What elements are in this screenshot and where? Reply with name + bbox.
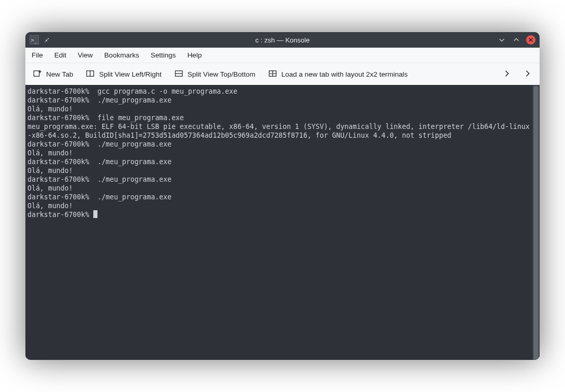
new-tab-label: New Tab bbox=[46, 70, 73, 78]
split-tb-icon bbox=[174, 69, 183, 80]
minimize-button[interactable] bbox=[497, 35, 506, 45]
chevron-right-icon[interactable] bbox=[524, 70, 531, 79]
maximize-button[interactable] bbox=[512, 35, 521, 45]
pin-icon[interactable] bbox=[43, 36, 50, 45]
menubar: File Edit View Bookmarks Settings Help bbox=[25, 48, 540, 63]
new-tab-button[interactable]: New Tab bbox=[32, 67, 74, 82]
split-tb-label: Split View Top/Bottom bbox=[188, 70, 256, 78]
menu-bookmarks[interactable]: Bookmarks bbox=[104, 51, 139, 59]
split-lr-label: Split View Left/Right bbox=[99, 70, 162, 78]
app-icon[interactable]: >_ bbox=[30, 35, 39, 45]
load-layout-button[interactable]: Load a new tab with layout 2x2 terminals bbox=[267, 67, 409, 82]
window-title: c : zsh — Konsole bbox=[25, 36, 540, 44]
terminal-area: darkstar-6700k% gcc programa.c -o meu_pr… bbox=[25, 85, 540, 360]
menu-settings[interactable]: Settings bbox=[151, 51, 176, 59]
scrollbar-thumb[interactable] bbox=[533, 86, 539, 360]
svg-rect-0 bbox=[34, 70, 39, 76]
toolbar: New Tab Split View Left/Right Split View… bbox=[25, 63, 540, 85]
menu-edit[interactable]: Edit bbox=[54, 51, 66, 59]
menu-help[interactable]: Help bbox=[187, 51, 202, 59]
new-tab-icon bbox=[33, 69, 42, 80]
titlebar[interactable]: >_ c : zsh — Konsole bbox=[25, 32, 540, 48]
toolbar-overflow bbox=[503, 70, 533, 79]
menu-file[interactable]: File bbox=[32, 51, 43, 59]
terminal[interactable]: darkstar-6700k% gcc programa.c -o meu_pr… bbox=[25, 85, 532, 360]
menu-view[interactable]: View bbox=[78, 51, 93, 59]
konsole-window: >_ c : zsh — Konsole File Edit View Book… bbox=[25, 32, 540, 360]
scrollbar[interactable] bbox=[532, 85, 540, 360]
close-button[interactable] bbox=[526, 35, 535, 45]
titlebar-left: >_ bbox=[25, 35, 50, 45]
split-lr-icon bbox=[86, 69, 95, 80]
split-top-bottom-button[interactable]: Split View Top/Bottom bbox=[173, 67, 257, 82]
grid-layout-icon bbox=[268, 69, 277, 80]
load-layout-label: Load a new tab with layout 2x2 terminals bbox=[281, 70, 408, 78]
titlebar-controls bbox=[497, 35, 540, 45]
cursor bbox=[93, 210, 97, 218]
split-left-right-button[interactable]: Split View Left/Right bbox=[84, 67, 163, 82]
chevron-right-icon[interactable] bbox=[503, 70, 511, 79]
